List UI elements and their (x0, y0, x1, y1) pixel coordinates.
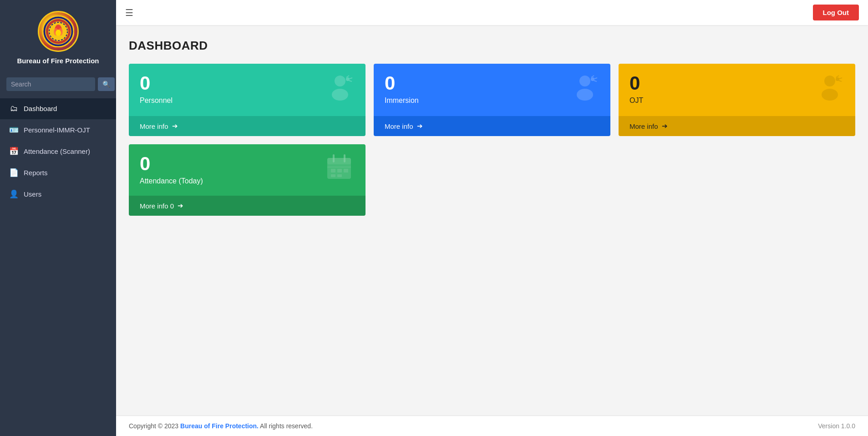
ojt-card-body: 0 OJT (619, 64, 855, 116)
svg-point-9 (332, 89, 348, 101)
personnel-label: Personnel (140, 96, 173, 105)
org-name: Bureau of Fire Protection (17, 56, 99, 66)
attendance-more-info-button[interactable]: More info 0 ➔ (129, 196, 365, 216)
footer-version: Version 1.0.0 (818, 422, 855, 430)
svg-point-8 (335, 76, 345, 86)
footer-copyright: Copyright © 2023 Bureau of Fire Protecti… (129, 422, 313, 430)
svg-rect-32 (337, 169, 342, 172)
svg-rect-35 (337, 174, 342, 177)
users-icon: 👤 (9, 189, 18, 199)
svg-point-14 (579, 76, 590, 86)
sidebar: Bureau of Fire Protection 🔍 🗂 Dashboard … (0, 0, 116, 436)
svg-rect-33 (344, 169, 348, 172)
sidebar-logo-area: Bureau of Fire Protection (0, 0, 116, 73)
immersion-count: 0 (385, 74, 419, 93)
ojt-card-icon (812, 71, 844, 110)
personnel-card-body: 0 Personnel (129, 64, 365, 116)
hamburger-button[interactable]: ☰ (125, 7, 133, 18)
svg-point-21 (822, 89, 838, 101)
personnel-card: 0 Personnel (129, 64, 365, 136)
personnel-more-info-button[interactable]: More info ➔ (129, 116, 365, 136)
attendance-icon: 📅 (9, 147, 18, 156)
search-button[interactable]: 🔍 (98, 77, 115, 91)
immersion-label: Immersion (385, 96, 419, 105)
dashboard-icon: 🗂 (9, 104, 18, 113)
svg-point-22 (836, 77, 839, 81)
ojt-more-info-button[interactable]: More info ➔ (619, 116, 855, 136)
sidebar-item-reports[interactable]: 📄 Reports (0, 162, 116, 183)
reports-icon: 📄 (9, 168, 18, 177)
svg-line-24 (839, 78, 842, 79)
svg-point-10 (346, 77, 350, 81)
ojt-count: 0 (629, 74, 643, 93)
empty-col-2 (374, 144, 610, 216)
personnel-card-icon (323, 71, 355, 110)
footer: Copyright © 2023 Bureau of Fire Protecti… (116, 416, 868, 436)
more-info-arrow-icon: ➔ (417, 122, 423, 130)
svg-point-16 (591, 77, 594, 81)
search-input[interactable] (6, 77, 95, 91)
svg-point-15 (577, 89, 593, 101)
immersion-card-icon (568, 71, 599, 110)
attendance-today-card: 0 Attendance (Today) (129, 144, 365, 216)
sidebar-item-label: Users (24, 190, 41, 198)
sidebar-item-users[interactable]: 👤 Users (0, 183, 116, 205)
org-logo (38, 11, 79, 52)
more-info-arrow-icon: ➔ (662, 122, 668, 130)
topbar: ☰ Log Out (116, 0, 868, 25)
personnel-count: 0 (140, 74, 173, 93)
svg-line-18 (594, 78, 597, 79)
svg-line-11 (346, 76, 349, 77)
svg-point-20 (824, 76, 835, 86)
more-info-arrow-icon: ➔ (172, 122, 178, 130)
svg-line-25 (839, 81, 842, 81)
svg-rect-27 (327, 158, 351, 164)
svg-line-17 (591, 76, 594, 77)
immersion-more-info-button[interactable]: More info ➔ (374, 116, 610, 136)
footer-brand: Bureau of Fire Protection. (180, 422, 259, 430)
sidebar-item-dashboard[interactable]: 🗂 Dashboard (0, 98, 116, 119)
sidebar-nav: 🗂 Dashboard 🪪 Personnel-IMMR-OJT 📅 Atten… (0, 98, 116, 205)
attendance-count: 0 (140, 154, 203, 173)
ojt-label: OJT (629, 96, 643, 105)
cards-row-2: 0 Attendance (Today) (129, 144, 855, 216)
more-info-arrow-icon: ➔ (178, 202, 183, 210)
svg-rect-34 (331, 174, 335, 177)
logout-button[interactable]: Log Out (813, 5, 859, 20)
personnel-icon: 🪪 (9, 125, 18, 135)
sidebar-item-label: Attendance (Scanner) (24, 147, 90, 155)
svg-line-23 (836, 76, 839, 77)
cards-row-1: 0 Personnel (129, 64, 855, 136)
sidebar-item-personnel[interactable]: 🪪 Personnel-IMMR-OJT (0, 119, 116, 141)
sidebar-item-label: Personnel-IMMR-OJT (24, 126, 90, 134)
main-area: ☰ Log Out DASHBOARD 0 Personnel (116, 0, 868, 436)
content-area: DASHBOARD 0 Personnel (116, 25, 868, 416)
immersion-card: 0 Immersion (374, 64, 610, 136)
search-area: 🔍 (0, 73, 116, 96)
svg-line-12 (350, 78, 352, 79)
svg-line-13 (349, 81, 352, 81)
attendance-label: Attendance (Today) (140, 177, 203, 185)
svg-point-6 (56, 30, 61, 36)
svg-line-19 (594, 81, 597, 81)
empty-col-3 (619, 144, 855, 216)
page-title: DASHBOARD (129, 39, 855, 53)
attendance-card-body: 0 Attendance (Today) (129, 144, 365, 196)
attendance-card-icon (324, 152, 355, 189)
sidebar-item-label: Dashboard (24, 105, 57, 112)
sidebar-item-attendance[interactable]: 📅 Attendance (Scanner) (0, 141, 116, 162)
ojt-card: 0 OJT More (619, 64, 855, 136)
immersion-card-body: 0 Immersion (374, 64, 610, 116)
svg-rect-31 (331, 169, 335, 172)
sidebar-item-label: Reports (24, 169, 48, 177)
